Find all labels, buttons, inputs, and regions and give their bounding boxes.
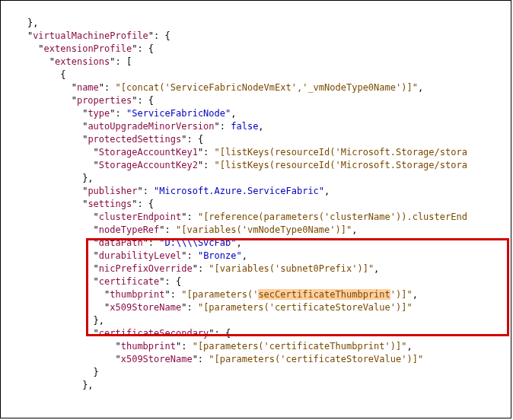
key-certificate: certificate [99, 276, 159, 287]
key-virtualMachineProfile: virtualMachineProfile [33, 30, 148, 41]
val-cert-store: [parameters('certificateStoreValue')] [203, 302, 406, 313]
key-type: type [88, 108, 110, 119]
key-publisher: publisher [88, 186, 137, 196]
code-block: }, "virtualMachineProfile": { "extension… [1, 1, 511, 408]
val-cert-thumbprint-suffix: ')] [390, 289, 407, 300]
highlighted-text-mid: ertificateThumbprint [280, 289, 390, 300]
key-durabilityLevel: durabilityLevel [99, 250, 181, 261]
val-nodeTypeRef: [variables('vmNodeType0Name')] [181, 224, 346, 235]
val-dataPath: D:\\\\SvcFab [165, 237, 231, 248]
key-certificateSecondary: certificateSecondary [99, 328, 209, 339]
val-durabilityLevel: Bronze [203, 250, 236, 261]
key-cert-thumbprint: thumbprint [110, 289, 164, 300]
key-sak1: StorageAccountKey1 [99, 147, 198, 158]
key-name: name [77, 82, 99, 93]
val-clusterEndpoint: [reference(parameters('clusterName')).cl… [203, 212, 467, 222]
val-type: ServiceFabricNode [132, 108, 225, 119]
key-autoUpgrade: autoUpgradeMinorVersion [88, 121, 214, 132]
key-cert2-thumbprint: thumbprint [121, 341, 176, 352]
val-sak2: [listKeys(resourceId('Microsoft.Storage/… [220, 160, 467, 170]
key-settings: settings [88, 199, 132, 209]
val-cert2-thumbprint: [parameters('certificateThumbprint')] [198, 341, 401, 352]
key-extensions: extensions [55, 56, 110, 67]
key-cert2-store: x509StoreName [121, 354, 193, 364]
key-cert-store: x509StoreName [110, 302, 181, 313]
val-autoUpgrade: false [231, 121, 258, 132]
key-nicPrefixOverride: nicPrefixOverride [99, 263, 193, 274]
val-name: [concat('ServiceFabricNodeVmExt','_vmNod… [121, 82, 413, 93]
key-dataPath: dataPath [99, 237, 143, 248]
key-extensionProfile: extensionProfile [44, 43, 132, 54]
key-protectedSettings: protectedSettings [88, 134, 181, 145]
key-sak2: StorageAccountKey2 [99, 160, 198, 170]
val-publisher: Microsoft.Azure.ServiceFabric [159, 186, 319, 196]
key-nodeTypeRef: nodeTypeRef [99, 224, 159, 235]
key-properties: properties [77, 95, 132, 106]
highlighted-text: secC [258, 289, 280, 300]
val-sak1: [listKeys(resourceId('Microsoft.Storage/… [220, 147, 467, 158]
key-clusterEndpoint: clusterEndpoint [99, 212, 181, 222]
val-cert-thumbprint-prefix: [parameters(' [186, 289, 258, 300]
val-nicPrefixOverride: [variables('subnet0Prefix')] [215, 263, 368, 274]
val-cert2-store: [parameters('certificateStoreValue')] [215, 354, 418, 364]
close-brace: }, [27, 18, 38, 28]
